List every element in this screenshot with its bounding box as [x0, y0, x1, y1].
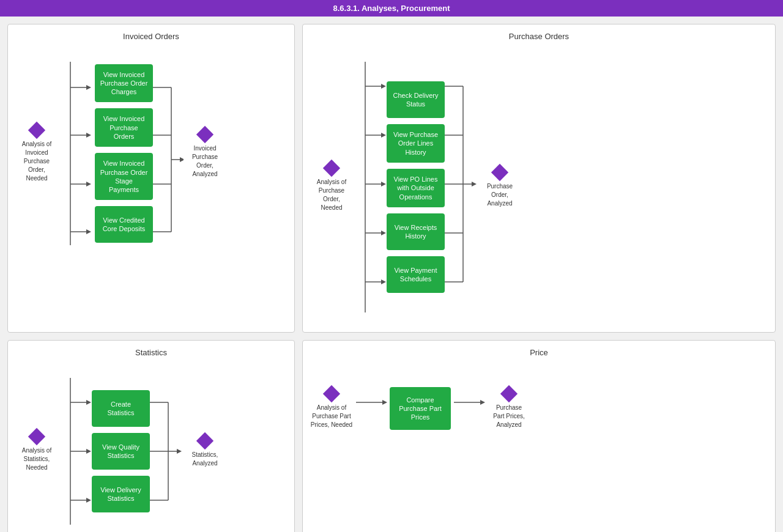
- svg-marker-39: [86, 449, 91, 454]
- invoiced-lines-right-svg: [153, 56, 184, 251]
- po-start-diamond: [323, 160, 340, 177]
- invoiced-orders-panel: Invoiced Orders Analysis ofInvoicedPurch…: [7, 24, 295, 333]
- view-credited-core-deposits-btn[interactable]: View Credited Core Deposits: [95, 206, 153, 243]
- view-invoiced-pos-btn[interactable]: View Invoiced Purchase Orders: [95, 108, 153, 147]
- invoiced-start-label: Analysis ofInvoicedPurchaseOrder,Needed: [22, 140, 51, 183]
- invoiced-orders-title: Invoiced Orders: [15, 32, 287, 41]
- stats-start-node: Analysis ofStatistics,Needed: [15, 430, 58, 472]
- view-invoiced-po-stage-payments-btn[interactable]: View Invoiced Purchase Order Stage Payme…: [95, 153, 153, 200]
- svg-marker-6: [86, 182, 91, 187]
- svg-marker-26: [381, 279, 386, 284]
- stats-lines-left-svg: [58, 372, 92, 531]
- invoiced-start-node: Analysis ofInvoicedPurchaseOrder,Needed: [15, 124, 58, 183]
- stats-start-diamond: [28, 428, 45, 445]
- stats-end-node: Statistics,Analyzed: [184, 435, 226, 468]
- view-invoiced-po-charges-btn[interactable]: View Invoiced Purchase Order Charges: [95, 64, 153, 103]
- statistics-title: Statistics: [15, 348, 287, 357]
- invoiced-buttons: View Invoiced Purchase Order Charges Vie…: [95, 64, 153, 243]
- stats-end-diamond: [196, 432, 213, 449]
- po-start-label: Analysis ofPurchaseOrder,Needed: [317, 178, 346, 212]
- svg-marker-24: [381, 231, 386, 235]
- price-start-diamond: [323, 385, 340, 402]
- svg-marker-41: [86, 498, 91, 503]
- create-statistics-btn[interactable]: Create Statistics: [92, 390, 150, 427]
- svg-marker-37: [86, 400, 91, 405]
- check-delivery-status-btn[interactable]: Check Delivery Status: [387, 81, 445, 118]
- stats-end-label: Statistics,Analyzed: [192, 451, 218, 468]
- purchase-orders-panel: Purchase Orders Analysis ofPurchaseOrder…: [302, 24, 776, 333]
- svg-marker-18: [381, 84, 386, 89]
- price-end-label: PurchasePart Prices,Analyzed: [493, 404, 525, 429]
- svg-marker-20: [381, 133, 386, 138]
- price-end-diamond: [500, 385, 518, 402]
- view-quality-statistics-btn[interactable]: View Quality Statistics: [92, 433, 150, 470]
- svg-marker-4: [86, 133, 91, 138]
- po-lines-left-svg: [353, 56, 387, 319]
- view-po-lines-outside-ops-btn[interactable]: View PO Lines with Outside Operations: [387, 169, 445, 207]
- view-receipts-history-btn[interactable]: View Receipts History: [387, 213, 445, 250]
- invoiced-end-diamond: [196, 126, 213, 143]
- view-payment-schedules-btn[interactable]: View Payment Schedules: [387, 256, 445, 293]
- invoiced-end-label: InvoicedPurchaseOrder,Analyzed: [192, 144, 218, 179]
- invoiced-end-node: InvoicedPurchaseOrder,Analyzed: [184, 128, 226, 179]
- statistics-panel: Statistics Analysis ofStatistics,Needed …: [7, 340, 295, 532]
- po-end-label: PurchaseOrder,Analyzed: [487, 182, 513, 208]
- invoiced-lines-svg: [58, 56, 95, 251]
- po-start-node: Analysis ofPurchaseOrder,Needed: [310, 162, 353, 212]
- svg-marker-8: [86, 229, 91, 234]
- stats-start-label: Analysis ofStatistics,Needed: [22, 446, 51, 472]
- title-bar: 8.6.3.1. Analyses, Procurement: [0, 0, 783, 17]
- price-start-node: Analysis ofPurchase PartPrices, Needed: [310, 388, 353, 429]
- page-title: 8.6.3.1. Analyses, Procurement: [333, 4, 450, 13]
- svg-marker-49: [382, 400, 387, 405]
- price-title: Price: [310, 348, 768, 357]
- po-lines-right-svg: [445, 56, 478, 319]
- svg-marker-22: [381, 182, 386, 187]
- compare-purchase-part-prices-btn[interactable]: Compare Purchase Part Prices: [390, 387, 451, 430]
- price-buttons: Compare Purchase Part Prices: [390, 387, 451, 430]
- stats-buttons: Create Statistics View Quality Statistic…: [92, 390, 150, 512]
- invoiced-start-diamond: [28, 122, 45, 139]
- svg-marker-34: [472, 182, 477, 187]
- price-start-label: Analysis ofPurchase PartPrices, Needed: [311, 404, 352, 429]
- purchase-orders-title: Purchase Orders: [310, 32, 768, 41]
- price-panel: Price Analysis ofPurchase PartPrices, Ne…: [302, 340, 776, 532]
- svg-marker-47: [177, 449, 182, 454]
- price-lines-left-svg: [353, 384, 390, 433]
- view-po-lines-history-btn[interactable]: View Purchase Order Lines History: [387, 124, 445, 163]
- po-end-node: PurchaseOrder,Analyzed: [478, 166, 521, 208]
- svg-marker-51: [480, 400, 485, 405]
- po-buttons: Check Delivery Status View Purchase Orde…: [387, 81, 445, 293]
- svg-marker-2: [86, 85, 91, 90]
- view-delivery-statistics-btn[interactable]: View Delivery Statistics: [92, 476, 150, 512]
- po-end-diamond: [491, 164, 508, 181]
- price-end-node: PurchasePart Prices,Analyzed: [488, 388, 530, 429]
- price-lines-right-svg: [451, 384, 488, 433]
- stats-lines-right-svg: [150, 372, 184, 531]
